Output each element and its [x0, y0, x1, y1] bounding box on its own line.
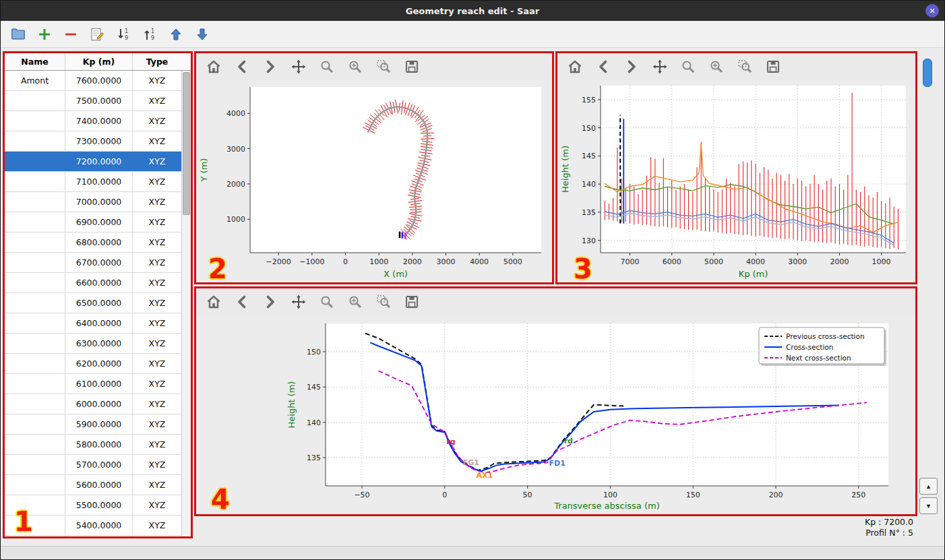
home-button[interactable]: [204, 58, 222, 76]
table-row[interactable]: 7000.0000XYZ: [5, 192, 181, 212]
profiles-table-panel: Name Kp (m) Type Amont7600.0000XYZ7500.0…: [3, 51, 193, 538]
zoom-region-button[interactable]: [735, 58, 754, 76]
table-row[interactable]: 6700.0000XYZ: [5, 253, 181, 273]
table-scrollbar-thumb[interactable]: [183, 72, 190, 215]
longitudinal-profile-plot[interactable]: 7000600050004000300020001000130135140145…: [557, 80, 915, 282]
pan-button[interactable]: [289, 293, 307, 311]
profile-up-button[interactable]: ▲: [919, 478, 938, 495]
forward-button[interactable]: [261, 293, 279, 311]
svg-text:4000: 4000: [470, 257, 489, 266]
save-button[interactable]: [764, 58, 782, 76]
table-row[interactable]: 5600.0000XYZ: [5, 475, 181, 495]
zoom-region-button[interactable]: [374, 58, 392, 76]
edit-profile-button[interactable]: [86, 24, 108, 45]
plot-label-rd: rd: [564, 437, 573, 445]
home-button[interactable]: [566, 58, 584, 76]
back-button[interactable]: [233, 58, 251, 76]
back-button[interactable]: [594, 58, 612, 76]
zoom-region-button[interactable]: [374, 293, 392, 311]
sort-ascending-button[interactable]: 19: [113, 24, 134, 45]
move-down-button[interactable]: [191, 24, 213, 45]
forward-button[interactable]: [622, 58, 640, 76]
svg-text:50: 50: [523, 491, 532, 499]
cell-name: [5, 435, 65, 454]
cross-section-plot[interactable]: −50050100150200250135140145150Transverse…: [196, 315, 915, 514]
table-row[interactable]: 6600.0000XYZ: [5, 273, 181, 293]
cell-kp: 5800.0000: [65, 435, 133, 454]
table-row[interactable]: 7100.0000XYZ: [5, 172, 181, 192]
home-icon: [206, 59, 222, 75]
column-header-type[interactable]: Type: [133, 53, 181, 70]
svg-text:9: 9: [125, 35, 128, 41]
table-row[interactable]: 7200.0000XYZ: [5, 152, 181, 172]
zoom-in-button[interactable]: [346, 293, 364, 311]
save-button[interactable]: [402, 58, 421, 76]
save-icon: [404, 294, 420, 310]
open-file-button[interactable]: [7, 24, 29, 45]
svg-text:Y (m): Y (m): [199, 158, 209, 183]
table-row[interactable]: 6000.0000XYZ: [5, 394, 181, 414]
svg-text:Height (m): Height (m): [560, 146, 570, 193]
table-row[interactable]: Amont7600.0000XYZ: [5, 71, 181, 91]
table-row[interactable]: 6200.0000XYZ: [5, 354, 181, 374]
zoom-in-button[interactable]: [346, 58, 364, 76]
table-row[interactable]: 7400.0000XYZ: [5, 111, 181, 131]
plan-plot[interactable]: −2000−1000010002000300040005000100020003…: [196, 80, 552, 282]
forward-button[interactable]: [261, 58, 279, 76]
svg-text:3000: 3000: [226, 145, 245, 154]
titlebar[interactable]: Geometry reach edit - Saar ✕: [1, 1, 944, 21]
profile-down-button[interactable]: ▼: [919, 497, 938, 514]
zoom-button[interactable]: [317, 293, 336, 311]
table-scrollbar[interactable]: [181, 71, 191, 536]
back-button[interactable]: [233, 293, 251, 311]
column-header-name[interactable]: Name: [5, 53, 65, 70]
current-profile-info: Kp : 7200.0 Profil N° : 5: [865, 517, 913, 538]
table-row[interactable]: 6800.0000XYZ: [5, 232, 181, 253]
table-row[interactable]: 6100.0000XYZ: [5, 374, 181, 394]
table-row[interactable]: 7300.0000XYZ: [5, 131, 181, 152]
table-row[interactable]: 5900.0000XYZ: [5, 414, 181, 435]
pan-button[interactable]: [289, 58, 307, 76]
cell-type: XYZ: [133, 334, 181, 353]
table-row[interactable]: 5800.0000XYZ: [5, 435, 181, 455]
table-row[interactable]: 7500.0000XYZ: [5, 91, 181, 111]
table-row[interactable]: 6300.0000XYZ: [5, 334, 181, 354]
svg-text:Cross-section: Cross-section: [786, 343, 833, 351]
cell-name: [5, 253, 65, 272]
table-row[interactable]: 6500.0000XYZ: [5, 293, 181, 313]
remove-profile-button[interactable]: [60, 24, 82, 45]
pan-icon: [291, 294, 307, 310]
cell-kp: 7500.0000: [65, 91, 133, 111]
close-button[interactable]: ✕: [925, 4, 939, 18]
vertical-scrollbar-thumb[interactable]: [923, 59, 932, 87]
cell-type: XYZ: [133, 374, 181, 394]
zoom-button[interactable]: [317, 58, 336, 76]
table-row[interactable]: 6900.0000XYZ: [5, 212, 181, 232]
cell-type: XYZ: [133, 313, 181, 333]
column-header-kp[interactable]: Kp (m): [65, 53, 133, 70]
zoom-region-icon: [375, 59, 392, 75]
zoom-in-button[interactable]: [707, 58, 725, 76]
svg-text:9: 9: [151, 35, 154, 41]
profile-plot-toolbar: [557, 53, 915, 80]
annotation-number-1: 1: [14, 508, 33, 535]
zoom-button[interactable]: [679, 58, 697, 76]
sort-descending-button[interactable]: 19: [139, 24, 160, 45]
cross-section-panel: −50050100150200250135140145150Transverse…: [194, 286, 917, 516]
home-button[interactable]: [204, 293, 222, 311]
cell-type: XYZ: [133, 212, 181, 232]
svg-text:200: 200: [769, 491, 783, 499]
move-up-button[interactable]: [165, 24, 187, 45]
svg-text:0: 0: [343, 257, 348, 266]
save-button[interactable]: [402, 293, 421, 311]
cell-kp: 6600.0000: [65, 273, 133, 292]
cell-type: XYZ: [133, 172, 181, 191]
pan-button[interactable]: [650, 58, 669, 76]
svg-text:2000: 2000: [403, 257, 422, 266]
add-profile-button[interactable]: [34, 24, 55, 45]
cell-kp: 5700.0000: [65, 455, 133, 474]
cell-name: [5, 313, 65, 333]
plus-icon: [36, 26, 53, 42]
table-row[interactable]: 6400.0000XYZ: [5, 313, 181, 334]
table-row[interactable]: 5700.0000XYZ: [5, 455, 181, 475]
